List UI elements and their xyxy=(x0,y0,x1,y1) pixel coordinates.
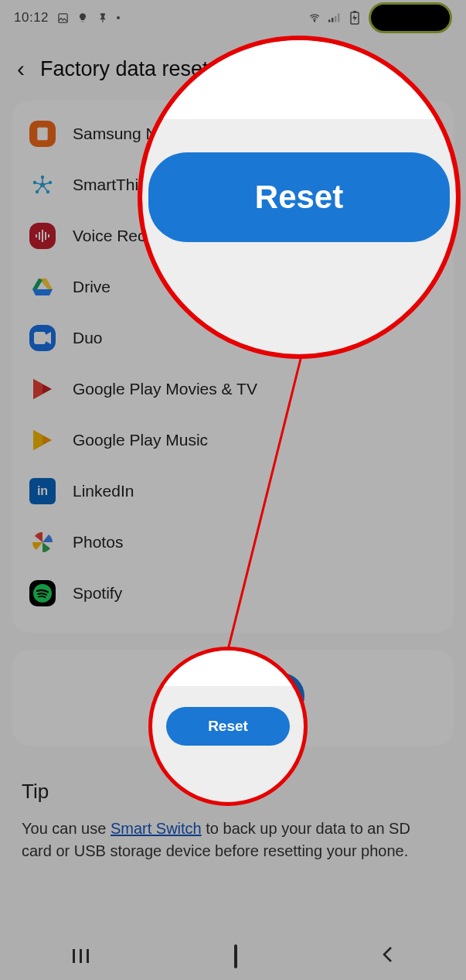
app-row-play-music: Google Play Music xyxy=(12,415,454,466)
app-label: Drive xyxy=(73,278,111,296)
status-bar: 10:12 xyxy=(0,0,466,36)
charging-icon xyxy=(349,12,361,24)
signal-icon xyxy=(328,12,341,24)
svg-rect-4 xyxy=(332,18,333,22)
svg-marker-35 xyxy=(33,430,43,450)
callout-big-circle: Reset xyxy=(138,36,461,359)
svg-rect-3 xyxy=(328,19,330,22)
svg-rect-39 xyxy=(87,949,89,963)
svg-marker-29 xyxy=(32,289,53,295)
app-label: Duo xyxy=(73,329,103,347)
page-title: Factory data reset xyxy=(40,57,209,81)
drive-icon xyxy=(29,274,56,300)
app-label: LinkedIn xyxy=(73,482,134,500)
svg-rect-1 xyxy=(102,19,103,22)
wifi-icon xyxy=(308,12,321,24)
callout-big-reset-button[interactable]: Reset xyxy=(148,152,450,242)
svg-line-21 xyxy=(43,185,48,192)
svg-rect-6 xyxy=(338,13,339,22)
nav-back-button[interactable] xyxy=(382,946,394,968)
tip-text-before: You can use xyxy=(22,820,111,837)
svg-marker-33 xyxy=(33,379,43,399)
back-button[interactable]: ‹ xyxy=(17,56,25,82)
photos-icon xyxy=(29,529,56,555)
dot-icon xyxy=(117,16,120,19)
bulb-icon xyxy=(77,12,89,24)
callout-small-circle: Reset xyxy=(148,647,308,806)
smartthings-icon xyxy=(29,172,56,198)
tip-body: You can use Smart Switch to back up your… xyxy=(22,818,444,862)
svg-rect-0 xyxy=(58,13,66,22)
svg-marker-28 xyxy=(32,278,43,289)
svg-rect-5 xyxy=(335,16,336,22)
play-music-icon xyxy=(29,427,56,453)
samsung-notes-icon xyxy=(29,121,56,147)
linkedin-icon: in xyxy=(29,478,56,504)
status-clock: 10:12 xyxy=(14,10,49,26)
image-icon xyxy=(56,12,69,24)
navigation-bar xyxy=(0,934,466,980)
app-row-photos: Photos xyxy=(12,517,454,568)
svg-rect-24 xyxy=(42,230,43,242)
callout-small-reset-button[interactable]: Reset xyxy=(166,707,290,746)
duo-icon xyxy=(29,325,56,351)
svg-point-2 xyxy=(314,20,315,22)
play-movies-icon xyxy=(29,376,56,402)
svg-rect-37 xyxy=(73,949,75,963)
svg-marker-31 xyxy=(46,332,51,344)
svg-rect-38 xyxy=(80,949,82,963)
svg-rect-8 xyxy=(353,11,356,12)
app-label: Spotify xyxy=(73,584,122,603)
nav-home-button[interactable] xyxy=(234,946,237,968)
spotify-icon xyxy=(29,580,56,606)
svg-rect-23 xyxy=(39,232,40,240)
pin-icon xyxy=(97,12,109,24)
svg-line-20 xyxy=(37,185,43,192)
svg-rect-9 xyxy=(37,128,47,141)
svg-rect-22 xyxy=(36,234,37,237)
svg-rect-30 xyxy=(34,332,46,344)
smart-switch-link[interactable]: Smart Switch xyxy=(111,820,202,837)
nav-recents-button[interactable] xyxy=(73,946,90,968)
app-row-spotify: Spotify xyxy=(12,568,454,619)
app-label: Photos xyxy=(73,533,123,551)
battery-indicator xyxy=(369,2,452,33)
svg-rect-26 xyxy=(48,234,49,237)
app-label: Google Play Music xyxy=(73,431,208,449)
app-row-linkedin: inLinkedIn xyxy=(12,466,454,517)
svg-rect-25 xyxy=(45,232,46,240)
app-label: Google Play Movies & TV xyxy=(73,380,257,398)
app-row-play-movies: Google Play Movies & TV xyxy=(12,364,454,415)
voice-recorder-icon xyxy=(29,223,56,249)
